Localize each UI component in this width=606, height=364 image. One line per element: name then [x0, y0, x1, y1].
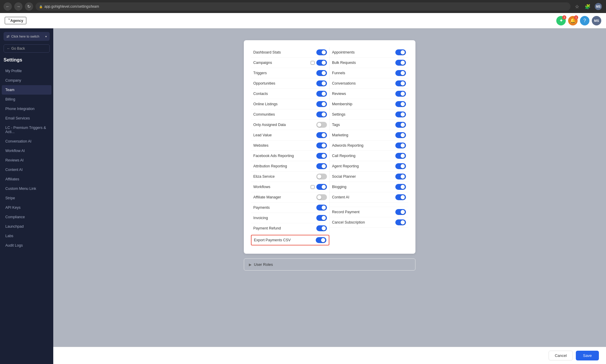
toggle-switch[interactable] [316, 237, 326, 243]
user-avatar[interactable]: MS [592, 16, 601, 25]
sidebar-item-billing[interactable]: Billing [2, 95, 51, 104]
toggle-switch[interactable] [316, 101, 327, 107]
toggle-switch[interactable] [395, 132, 406, 138]
toggle-switch[interactable] [395, 122, 406, 128]
toggle-switch[interactable] [316, 80, 327, 86]
back-button[interactable]: ← [4, 2, 12, 11]
permission-label: Lead Value [253, 133, 272, 137]
toggle-switch[interactable] [395, 209, 406, 215]
profile-button[interactable]: MS [594, 2, 602, 11]
toggle-switch[interactable] [395, 163, 406, 169]
permission-label: Online Listings [253, 102, 278, 106]
sidebar-item-reviews-ai[interactable]: Reviews AI [2, 156, 51, 165]
go-back-button[interactable]: ← Go Back [4, 44, 50, 53]
toggle-switch[interactable] [395, 194, 406, 200]
sidebar-item-affiliates[interactable]: Affiliates [2, 174, 51, 184]
toggle-switch[interactable] [316, 225, 327, 231]
sidebar-item-company[interactable]: Company [2, 76, 51, 85]
permission-label: Opportunities [253, 81, 275, 85]
toggle-switch[interactable] [316, 184, 327, 190]
permission-label: Conversations [332, 81, 356, 85]
sidebar-item-labs[interactable]: Labs [2, 231, 51, 241]
permissions-card: Dashboard StatsCampaignsTriggersOpportun… [244, 40, 415, 254]
permission-checkbox[interactable] [311, 61, 315, 65]
toggle-switch[interactable] [316, 194, 327, 200]
sidebar-item-launchpad[interactable]: Launchpad [2, 222, 51, 231]
user-roles-section[interactable]: ▶ User Roles [244, 258, 415, 271]
permission-right [316, 101, 327, 107]
permission-label: Bulk Requests [332, 61, 356, 65]
permission-checkbox[interactable] [311, 185, 315, 189]
toggle-switch[interactable] [395, 49, 406, 55]
switch-button[interactable]: ⇄ Click here to switch ▾ [4, 32, 50, 41]
toggle-switch[interactable] [395, 60, 406, 66]
help-button[interactable]: ? [580, 16, 589, 25]
chevron-right-icon: ▶ [249, 263, 252, 267]
sidebar-item-stripe[interactable]: Stripe [2, 193, 51, 203]
sidebar-item-audit-logs[interactable]: Audit Logs [2, 241, 51, 250]
toggle-switch[interactable] [316, 174, 327, 179]
permission-row: Marketing [330, 130, 408, 140]
top-bar: ™Agency ✦ 3 🔔 1 ? MS [0, 13, 606, 28]
toggle-switch[interactable] [316, 111, 327, 117]
toggle-switch[interactable] [316, 70, 327, 76]
sidebar-item-api-keys[interactable]: API Keys [2, 203, 51, 212]
extensions-button[interactable]: 🧩 [584, 2, 592, 11]
toggle-switch[interactable] [395, 219, 406, 225]
toggle-switch[interactable] [316, 153, 327, 159]
permission-label: Attribution Reporting [253, 164, 287, 168]
permission-label: Reviews [332, 92, 346, 96]
toggle-switch[interactable] [316, 205, 327, 211]
refresh-button[interactable]: ↻ [25, 2, 33, 11]
toggle-switch[interactable] [316, 143, 327, 148]
permission-right [316, 70, 327, 76]
sidebar-item-email-services[interactable]: Email Services [2, 114, 51, 123]
bookmark-button[interactable]: ☆ [573, 2, 581, 11]
sidebar-item-compliance[interactable]: Compliance [2, 212, 51, 222]
sidebar-item-phone-integration[interactable]: Phone Integration [2, 104, 51, 114]
url-bar[interactable]: 🔒 app.gohighlevel.com/settings/team [36, 2, 570, 11]
toggle-switch[interactable] [316, 60, 327, 66]
sidebar-item-content-ai[interactable]: Content AI [2, 165, 51, 174]
permission-right [316, 174, 327, 179]
permission-label: Marketing [332, 133, 348, 137]
notification-orange-button[interactable]: 🔔 1 [568, 16, 578, 25]
main-wrapper: ⇄ Click here to switch ▾ ← Go Back Setti… [0, 28, 606, 364]
permission-label: Tags [332, 123, 340, 127]
toggle-switch[interactable] [395, 80, 406, 86]
sidebar-item-workflow-ai[interactable]: Workflow AI [2, 146, 51, 156]
toggle-switch[interactable] [395, 143, 406, 148]
toggle-switch[interactable] [316, 49, 327, 55]
forward-button[interactable]: → [14, 2, 22, 11]
permission-label: Only Assigned Data [253, 123, 286, 127]
toggle-switch[interactable] [395, 184, 406, 190]
toggle-switch[interactable] [316, 122, 327, 128]
sidebar-item-team[interactable]: Team [2, 85, 51, 95]
permission-right [316, 225, 327, 231]
toggle-switch[interactable] [395, 91, 406, 97]
browser-actions: ☆ 🧩 MS [573, 2, 602, 11]
cancel-button[interactable]: Cancel [549, 351, 573, 360]
toggle-switch[interactable] [395, 101, 406, 107]
sidebar-item-conversation-ai[interactable]: Conversation AI [2, 137, 51, 146]
toggle-switch[interactable] [316, 163, 327, 169]
save-button[interactable]: Save [576, 351, 599, 360]
notification-green-button[interactable]: ✦ 3 [556, 16, 566, 25]
permission-row: Dashboard Stats [251, 47, 329, 58]
settings-title: Settings [0, 55, 53, 66]
toggle-switch[interactable] [395, 153, 406, 159]
toggle-switch[interactable] [395, 174, 406, 179]
sidebar-item-lc---premium-triggers---acti---[interactable]: LC - Premium Triggers & Acti... [2, 123, 51, 137]
permission-label: Affiliate Manager [253, 195, 281, 199]
toggle-switch[interactable] [395, 70, 406, 76]
toggle-switch[interactable] [316, 132, 327, 138]
toggle-switch[interactable] [316, 215, 327, 221]
permission-row: Payment Refund [251, 223, 329, 234]
sidebar-item-my-profile[interactable]: My Profile [2, 66, 51, 76]
toggle-switch[interactable] [395, 111, 406, 117]
permission-row: Funnels [330, 68, 408, 78]
permission-label: Settings [332, 112, 345, 117]
permission-row: Reviews [330, 89, 408, 99]
sidebar-item-custom-menu-link[interactable]: Custom Menu Link [2, 184, 51, 193]
toggle-switch[interactable] [316, 91, 327, 97]
